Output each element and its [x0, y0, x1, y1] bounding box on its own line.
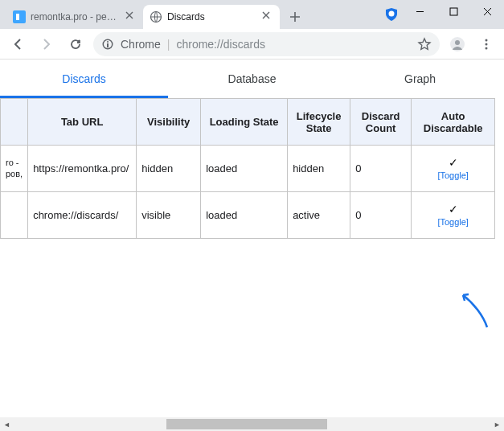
- back-button[interactable]: [6, 33, 29, 55]
- globe-icon: [150, 10, 162, 23]
- tab-title: remontka.pro - ремон: [31, 11, 121, 23]
- forward-button[interactable]: [35, 33, 58, 55]
- omnibox-url: chrome://discards: [176, 38, 264, 51]
- minimize-button[interactable]: [403, 0, 436, 23]
- checkmark-icon: ✓: [416, 203, 490, 216]
- browser-tab[interactable]: Discards: [143, 5, 280, 29]
- cell-visibility: hidden: [137, 146, 201, 192]
- col-discard-count[interactable]: Discard Count: [350, 99, 412, 146]
- tab-title: Discards: [167, 11, 257, 23]
- page-tabs: Discards Database Graph: [0, 60, 504, 98]
- discards-table-wrap: Tab URL Visibility Loading State Lifecyc…: [0, 98, 504, 239]
- svg-point-11: [486, 39, 488, 41]
- tab-discards[interactable]: Discards: [0, 60, 168, 98]
- col-loading-state[interactable]: Loading State: [201, 99, 288, 146]
- svg-point-12: [486, 43, 488, 45]
- svg-point-7: [107, 41, 109, 43]
- tab-database[interactable]: Database: [168, 60, 336, 98]
- omnibox-prefix: Chrome: [121, 38, 161, 51]
- cell-lifecycle: active: [288, 192, 350, 239]
- discards-table: Tab URL Visibility Loading State Lifecyc…: [0, 98, 495, 239]
- address-bar[interactable]: Chrome | chrome://discards: [93, 32, 440, 56]
- cell-fragment: ro -: [6, 158, 19, 167]
- scroll-thumb[interactable]: [166, 419, 327, 429]
- tab-label: Discards: [62, 72, 105, 85]
- horizontal-scrollbar[interactable]: ◄ ►: [0, 417, 504, 431]
- window-controls: [403, 0, 504, 23]
- close-icon[interactable]: [262, 11, 273, 23]
- cell-auto-discardable: ✓ [Toggle]: [412, 192, 495, 239]
- col-auto-discardable[interactable]: Auto Discardable: [412, 99, 495, 146]
- annotation-arrow-icon: [459, 291, 491, 331]
- toggle-link[interactable]: [Toggle]: [437, 170, 469, 180]
- browser-tab[interactable]: remontka.pro - ремон: [6, 5, 143, 29]
- tab-label: Graph: [404, 72, 436, 85]
- cell-url: chrome://discards/: [28, 192, 137, 239]
- svg-point-13: [486, 47, 488, 49]
- col-tab-url[interactable]: Tab URL: [28, 99, 137, 146]
- cell-discard-count: 0: [350, 192, 412, 239]
- cell-url: https://remontka.pro/: [28, 146, 137, 192]
- titlebar: remontka.pro - ремон Discards: [0, 0, 504, 29]
- maximize-button[interactable]: [436, 0, 470, 23]
- toolbar: Chrome | chrome://discards: [0, 29, 504, 60]
- tab-label: Database: [228, 72, 277, 85]
- scroll-track[interactable]: [14, 417, 490, 431]
- reload-button[interactable]: [64, 33, 87, 55]
- svg-point-3: [389, 11, 395, 17]
- cell-discard-count: 0: [350, 146, 412, 192]
- menu-button[interactable]: [475, 33, 498, 55]
- svg-rect-1: [16, 14, 19, 20]
- table-header-row: Tab URL Visibility Loading State Lifecyc…: [1, 99, 495, 146]
- cell-loading: loaded: [201, 192, 288, 239]
- omnibox-separator: |: [167, 38, 170, 51]
- scroll-right-icon[interactable]: ►: [490, 417, 504, 431]
- profile-button[interactable]: [446, 33, 469, 55]
- extension-shield-icon[interactable]: [383, 6, 400, 23]
- col-visibility[interactable]: Visibility: [137, 99, 201, 146]
- svg-point-10: [455, 40, 460, 45]
- svg-rect-8: [107, 43, 109, 47]
- cell-loading: loaded: [201, 146, 288, 192]
- table-row: chrome://discards/ visible loaded active…: [1, 192, 495, 239]
- bookmark-star-icon[interactable]: [417, 37, 432, 51]
- content-area: Tab URL Visibility Loading State Lifecyc…: [0, 98, 504, 417]
- new-tab-button[interactable]: [285, 6, 305, 27]
- checkmark-icon: ✓: [416, 156, 490, 169]
- cell-lifecycle: hidden: [288, 146, 350, 192]
- toggle-link[interactable]: [Toggle]: [437, 217, 469, 227]
- tab-graph[interactable]: Graph: [336, 60, 504, 98]
- svg-rect-4: [450, 8, 457, 15]
- table-row: ro -ров, https://remontka.pro/ hidden lo…: [1, 146, 495, 192]
- favicon-site-icon: [13, 10, 26, 23]
- close-window-button[interactable]: [470, 0, 504, 23]
- col-lifecycle-state[interactable]: Lifecycle State: [288, 99, 350, 146]
- cell-auto-discardable: ✓ [Toggle]: [412, 146, 495, 192]
- close-icon[interactable]: [125, 11, 137, 23]
- scroll-left-icon[interactable]: ◄: [0, 417, 14, 431]
- cell-visibility: visible: [137, 192, 201, 239]
- cell-fragment: ров,: [6, 169, 23, 179]
- site-info-icon[interactable]: [101, 38, 114, 51]
